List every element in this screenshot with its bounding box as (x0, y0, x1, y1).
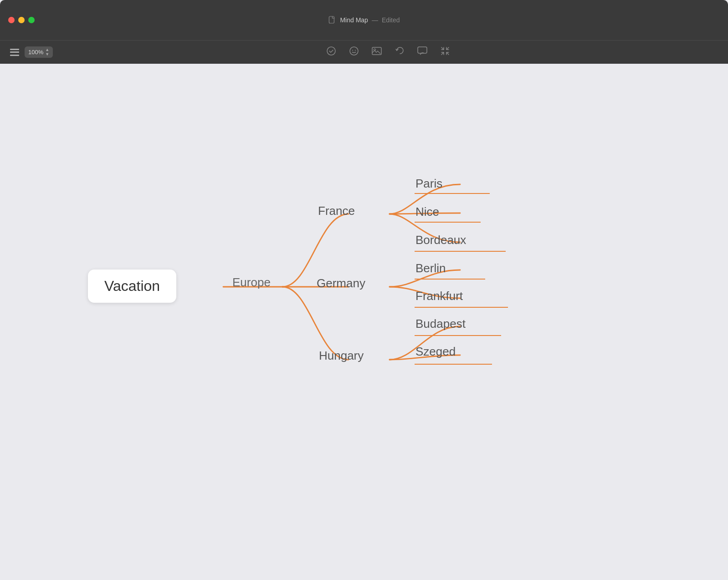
close-button[interactable] (8, 17, 15, 23)
france-node[interactable]: France (318, 204, 355, 218)
zoom-up-arrow: ▲ (45, 48, 49, 52)
sidebar-toggle-button[interactable] (7, 46, 22, 59)
europe-node[interactable]: Europe (232, 275, 271, 290)
minimize-button[interactable] (18, 17, 25, 23)
paris-node[interactable]: Paris (415, 177, 442, 191)
zoom-arrows: ▲ ▼ (45, 48, 49, 56)
collapse-icon[interactable] (440, 46, 450, 58)
toolbar-left: 100% ▲ ▼ (7, 46, 53, 59)
maximize-button[interactable] (28, 17, 35, 23)
toolbar-center (56, 46, 721, 58)
undo-icon[interactable] (395, 46, 405, 58)
titlebar-center: Mind Map — Edited (328, 16, 400, 24)
checkmark-icon[interactable] (326, 46, 336, 58)
hungary-node[interactable]: Hungary (319, 349, 364, 363)
svg-rect-10 (418, 47, 427, 53)
mindmap-svg: .branch-path { fill: none; stroke: #e884… (0, 64, 728, 580)
budapest-node[interactable]: Budapest (415, 317, 466, 331)
window-title: Mind Map (340, 16, 368, 24)
germany-node[interactable]: Germany (317, 276, 365, 290)
edit-status: Edited (382, 16, 400, 24)
nice-node[interactable]: Nice (415, 205, 439, 219)
canvas[interactable]: .branch-path { fill: none; stroke: #e884… (0, 64, 728, 580)
bordeaux-node[interactable]: Bordeaux (415, 233, 466, 247)
emoji-icon[interactable] (349, 46, 359, 58)
document-icon (328, 16, 336, 24)
svg-point-6 (352, 50, 353, 51)
svg-point-4 (327, 47, 335, 55)
svg-rect-2 (10, 51, 19, 53)
zoom-down-arrow: ▼ (45, 52, 49, 56)
frankfurt-node[interactable]: Frankfurt (415, 289, 463, 303)
toolbar: 100% ▲ ▼ (0, 40, 728, 64)
image-icon[interactable] (372, 47, 382, 57)
svg-point-7 (355, 50, 356, 51)
zoom-control[interactable]: 100% ▲ ▼ (25, 46, 53, 58)
svg-point-5 (350, 47, 358, 55)
szeged-node[interactable]: Szeged (415, 345, 456, 359)
traffic-lights (0, 17, 35, 23)
svg-rect-3 (10, 55, 19, 56)
title-separator: — (372, 16, 378, 24)
svg-rect-1 (10, 49, 19, 50)
root-node-label: Vacation (104, 278, 160, 294)
comment-icon[interactable] (417, 46, 427, 58)
zoom-value: 100% (28, 49, 43, 56)
svg-rect-0 (329, 16, 334, 23)
svg-point-9 (374, 49, 376, 51)
berlin-node[interactable]: Berlin (415, 261, 446, 275)
titlebar: Mind Map — Edited (0, 0, 728, 40)
root-node[interactable]: Vacation (88, 270, 176, 303)
